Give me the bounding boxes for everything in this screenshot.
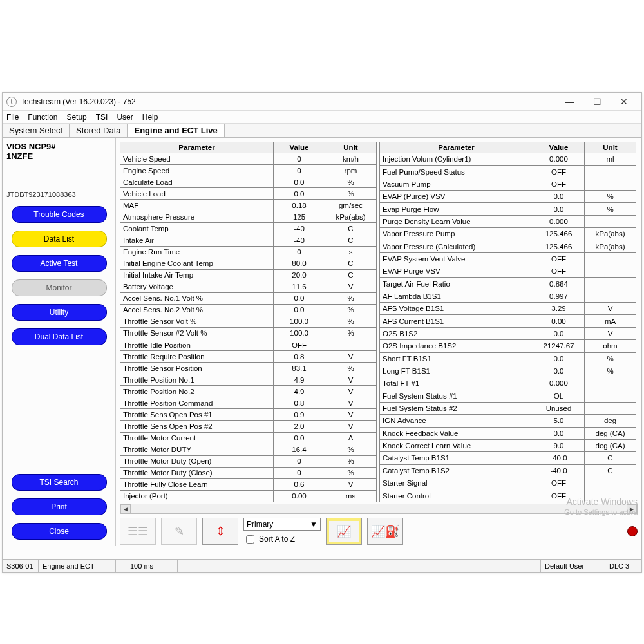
horizontal-scrollbar[interactable]: ◄ ► (120, 504, 638, 514)
table-row[interactable]: Throttle Require Position0.8V (120, 351, 377, 363)
sort-checkbox-input[interactable] (246, 535, 254, 544)
table-row[interactable]: AF Lambda B1S10.997 (380, 290, 636, 302)
table-row[interactable]: Throttle Position Command0.8V (120, 397, 377, 409)
table-row[interactable]: Throttle Sensor Volt %100.0% (120, 316, 377, 327)
cell-value: 0.0 (533, 352, 585, 365)
table-row[interactable]: Throttle Sens Open Pos #10.9V (120, 409, 377, 421)
table-row[interactable]: Throttle Motor Duty (Open)0% (120, 455, 377, 467)
cell-param: Fuel System Status #2 (380, 402, 533, 414)
table-row[interactable]: Engine Run Time0s (120, 246, 377, 258)
table-row[interactable]: Knock Feedback Value0.0deg (CA) (380, 427, 636, 439)
tab-stored-data[interactable]: Stored Data (70, 124, 128, 137)
table-row[interactable]: Evap Purge Flow0.0% (380, 203, 636, 215)
view-dropdown[interactable]: Primary ▼ (243, 518, 321, 531)
table-row[interactable]: Engine Speed0rpm (120, 165, 377, 176)
tab-engine-ect-live[interactable]: Engine and ECT Live (128, 124, 224, 137)
cell-value: 0.00 (274, 490, 325, 502)
menu-help[interactable]: Help (142, 113, 158, 122)
table-row[interactable]: Initial Engine Coolant Temp80.0C (120, 258, 377, 269)
table-row[interactable]: Throttle Position No.24.9V (120, 386, 377, 397)
toolbtn-fuel-graph[interactable]: 📈⛽ (367, 518, 403, 545)
table-row[interactable]: Catalyst Temp B1S2-40.0C (380, 464, 636, 477)
col-parameter[interactable]: Parameter (380, 142, 533, 153)
table-row[interactable]: Initial Intake Air Temp20.0C (120, 269, 377, 281)
nav-active-test[interactable]: Active Test (12, 255, 107, 272)
table-row[interactable]: Purge Density Learn Value0.000 (380, 215, 636, 227)
table-row[interactable]: Long FT B1S10.0% (380, 365, 636, 377)
titlebar: t Techstream (Ver 16.20.023) - 752 — ☐ ✕ (3, 93, 641, 111)
cell-param: Accel Sens. No.2 Volt % (120, 304, 274, 316)
table-row[interactable]: Throttle Sensor Position83.1% (120, 363, 377, 374)
col-unit[interactable]: Unit (325, 142, 377, 153)
col-parameter[interactable]: Parameter (120, 142, 274, 153)
record-indicator[interactable] (627, 526, 638, 536)
col-value[interactable]: Value (533, 142, 585, 153)
nav-print[interactable]: Print (12, 498, 107, 515)
cell-unit (585, 166, 636, 178)
sort-checkbox[interactable]: Sort A to Z (243, 533, 321, 545)
table-row[interactable]: O2S B1S20.0V (380, 327, 636, 339)
table-row[interactable]: IGN Advance5.0deg (380, 415, 636, 427)
table-row[interactable]: MAF0.18gm/sec (120, 200, 377, 211)
col-unit[interactable]: Unit (585, 142, 636, 153)
table-row[interactable]: Vapor Pressure Pump125.466kPa(abs) (380, 228, 636, 240)
table-row[interactable]: Coolant Temp-40C (120, 223, 377, 234)
table-row[interactable]: Accel Sens. No.1 Volt %0.0% (120, 292, 377, 304)
maximize-button[interactable]: ☐ (583, 94, 611, 109)
nav-tsi-search[interactable]: TSI Search (12, 474, 107, 491)
table-row[interactable]: Throttle Sens Open Pos #22.0V (120, 421, 377, 432)
table-row[interactable]: Throttle Motor DUTY16.4% (120, 444, 377, 455)
table-row[interactable]: Vacuum PumpOFF (380, 178, 636, 190)
cell-param: Intake Air (120, 234, 274, 246)
toolbtn-expand[interactable]: ⇕ (202, 518, 238, 545)
menu-user[interactable]: User (117, 113, 133, 122)
table-row[interactable]: Starter SignalOFF (380, 477, 636, 489)
menu-tsi[interactable]: TSI (96, 113, 108, 122)
cell-value: 0.0 (274, 176, 325, 188)
table-row[interactable]: AFS Current B1S10.00mA (380, 315, 636, 327)
table-row[interactable]: EVAP (Purge) VSV0.0% (380, 191, 636, 203)
col-value[interactable]: Value (274, 142, 325, 153)
table-row[interactable]: Battery Voltage11.6V (120, 281, 377, 292)
close-window-button[interactable]: ✕ (611, 94, 638, 109)
table-row[interactable]: Throttle Idle PositionOFF (120, 339, 377, 351)
table-row[interactable]: Short FT B1S10.0% (380, 352, 636, 365)
table-row[interactable]: Vehicle Speed0km/h (120, 153, 377, 165)
table-row[interactable]: Target Air-Fuel Ratio0.864 (380, 278, 636, 290)
table-row[interactable]: Accel Sens. No.2 Volt %0.0% (120, 304, 377, 316)
menu-file[interactable]: File (6, 113, 19, 122)
table-row[interactable]: Throttle Sensor #2 Volt %100.0% (120, 327, 377, 339)
menu-setup[interactable]: Setup (66, 113, 86, 122)
nav-trouble-codes[interactable]: Trouble Codes (12, 206, 107, 223)
table-row[interactable]: Throttle Motor Current0.0A (120, 432, 377, 444)
table-row[interactable]: Total FT #10.000 (380, 377, 636, 390)
nav-data-list[interactable]: Data List (12, 231, 107, 247)
table-row[interactable]: Knock Correct Learn Value9.0deg (CA) (380, 439, 636, 451)
table-row[interactable]: Intake Air-40C (120, 234, 377, 246)
table-row[interactable]: Catalyst Temp B1S1-40.0C (380, 452, 636, 464)
table-row[interactable]: Atmosphere Pressure125kPa(abs) (120, 211, 377, 223)
table-row[interactable]: Injection Volum (Cylinder1)0.000ml (380, 153, 636, 166)
table-row[interactable]: Injector (Port)0.00ms (120, 490, 377, 502)
table-row[interactable]: Vapor Pressure (Calculated)125.466kPa(ab… (380, 240, 636, 252)
nav-utility[interactable]: Utility (12, 304, 107, 321)
scroll-left-icon[interactable]: ◄ (120, 504, 131, 513)
table-row[interactable]: Calculate Load0.0% (120, 176, 377, 188)
menu-function[interactable]: Function (28, 113, 57, 122)
table-row[interactable]: Fuel System Status #2Unused (380, 402, 636, 414)
table-row[interactable]: EVAP Purge VSVOFF (380, 265, 636, 278)
table-row[interactable]: Fuel Pump/Speed StatusOFF (380, 166, 636, 178)
tab-system-select[interactable]: System Select (3, 124, 70, 137)
table-row[interactable]: AFS Voltage B1S13.29V (380, 303, 636, 315)
toolbtn-graph[interactable]: 📈 (326, 518, 362, 545)
table-row[interactable]: O2S Impedance B1S221247.67ohm (380, 340, 636, 352)
minimize-button[interactable]: — (556, 94, 583, 109)
table-row[interactable]: EVAP System Vent ValveOFF (380, 252, 636, 265)
nav-dual-data-list[interactable]: Dual Data List (12, 328, 107, 345)
table-row[interactable]: Vehicle Load0.0% (120, 188, 377, 200)
table-row[interactable]: Throttle Fully Close Learn0.6V (120, 478, 377, 490)
table-row[interactable]: Throttle Position No.14.9V (120, 374, 377, 386)
table-row[interactable]: Throttle Motor Duty (Close)0% (120, 467, 377, 478)
table-row[interactable]: Fuel System Status #1OL (380, 390, 636, 402)
nav-close[interactable]: Close (12, 523, 107, 540)
